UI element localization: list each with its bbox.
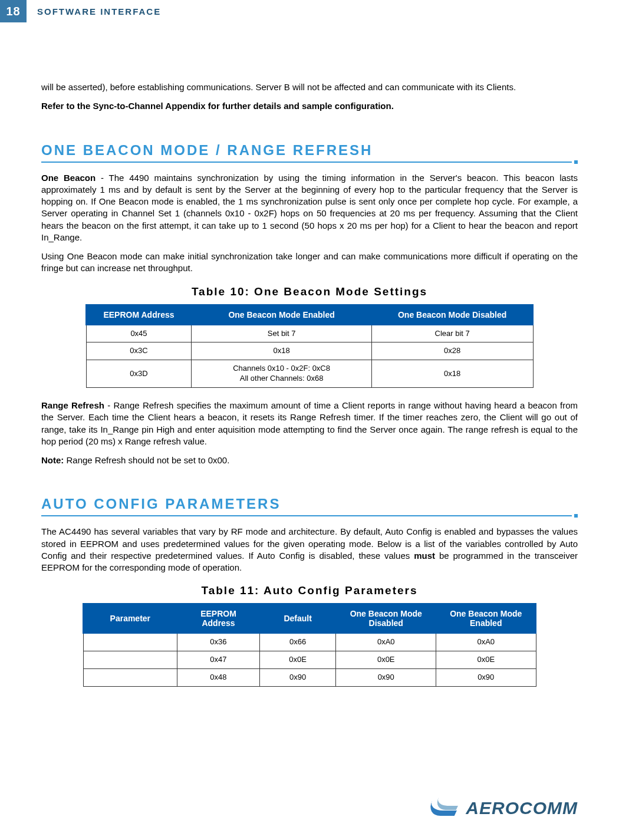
table-cell: Channels 0x10 - 0x2F: 0xC8 All other Cha… — [192, 360, 371, 388]
page-content: will be asserted), before establishing c… — [0, 22, 619, 687]
table-cell: 0x36 — [177, 633, 260, 651]
logo-text: AEROCOMM — [466, 798, 578, 818]
table-cell: Set bit 7 — [192, 325, 371, 342]
table-cell: 0x0E — [436, 651, 536, 669]
table-cell: 0xA0 — [336, 633, 436, 651]
section-heading-one-beacon: ONE BEACON MODE / RANGE REFRESH — [41, 142, 578, 159]
table-cell: 0x3D — [86, 360, 192, 388]
table-header-cell: EEPROM Address — [86, 305, 192, 325]
auto-config-paragraph: The AC4490 has several variables that va… — [41, 526, 578, 574]
table-header-cell: One Beacon Mode Enabled — [436, 604, 536, 633]
table-header-cell: One Beacon Mode Enabled — [192, 305, 371, 325]
table-header-cell: EEPROM Address — [177, 604, 260, 633]
header-title: SOFTWARE INTERFACE — [27, 0, 161, 22]
table-row: 0x3D Channels 0x10 - 0x2F: 0xC8 All othe… — [86, 360, 533, 388]
page-number: 18 — [0, 0, 27, 22]
one-beacon-paragraph-1: One Beacon - The 4490 maintains synchron… — [41, 172, 578, 244]
table-row: 0x48 0x90 0x90 0x90 — [83, 669, 536, 687]
table-cell: 0x3C — [86, 342, 192, 360]
table-cell: 0x45 — [86, 325, 192, 342]
footer-logo: AEROCOMM — [429, 797, 578, 819]
table-row: 0x36 0x66 0xA0 0xA0 — [83, 633, 536, 651]
table-cell: Clear bit 7 — [371, 325, 533, 342]
range-refresh-paragraph: Range Refresh - Range Refresh specifies … — [41, 400, 578, 447]
table-cell: 0x0E — [336, 651, 436, 669]
table-cell: 0x28 — [371, 342, 533, 360]
table-cell: 0x47 — [177, 651, 260, 669]
table-cell: 0x66 — [259, 633, 336, 651]
note-paragraph: Note: Range Refresh should not be set to… — [41, 454, 578, 466]
table-header-row: EEPROM Address One Beacon Mode Enabled O… — [86, 305, 533, 325]
table-cell: 0x18 — [192, 342, 371, 360]
section-rule — [41, 160, 578, 164]
table-header-cell: Parameter — [83, 604, 177, 633]
table-row: 0x47 0x0E 0x0E 0x0E — [83, 651, 536, 669]
table-11-title: Table 11: Auto Config Parameters — [41, 584, 578, 597]
intro-paragraph-1: will be asserted), before establishing c… — [41, 81, 578, 93]
section-rule — [41, 514, 578, 518]
table-auto-config-parameters: Parameter EEPROM Address Default One Bea… — [83, 603, 536, 687]
table-10-title: Table 10: One Beacon Mode Settings — [41, 285, 578, 298]
table-one-beacon-settings: EEPROM Address One Beacon Mode Enabled O… — [85, 304, 534, 388]
table-cell: 0x90 — [436, 669, 536, 687]
table-cell — [83, 651, 177, 669]
table-cell — [83, 633, 177, 651]
table-row: 0x45 Set bit 7 Clear bit 7 — [86, 325, 533, 342]
table-cell: 0x18 — [371, 360, 533, 388]
table-cell: 0x0E — [259, 651, 336, 669]
intro-paragraph-2: Refer to the Sync-to-Channel Appendix fo… — [41, 100, 578, 112]
table-row: 0x3C 0x18 0x28 — [86, 342, 533, 360]
one-beacon-paragraph-2: Using One Beacon mode can make initial s… — [41, 251, 578, 275]
table-header-row: Parameter EEPROM Address Default One Bea… — [83, 604, 536, 633]
table-cell: 0x48 — [177, 669, 260, 687]
logo-swoosh-icon — [429, 797, 461, 819]
table-header-cell: Default — [259, 604, 336, 633]
table-cell: 0x90 — [259, 669, 336, 687]
table-cell — [83, 669, 177, 687]
table-cell: 0x90 — [336, 669, 436, 687]
table-header-cell: One Beacon Mode Disabled — [371, 305, 533, 325]
page-header: 18 SOFTWARE INTERFACE — [0, 0, 619, 22]
section-heading-auto-config: AUTO CONFIG PARAMETERS — [41, 496, 578, 512]
table-header-cell: One Beacon Mode Disabled — [336, 604, 436, 633]
table-cell: 0xA0 — [436, 633, 536, 651]
